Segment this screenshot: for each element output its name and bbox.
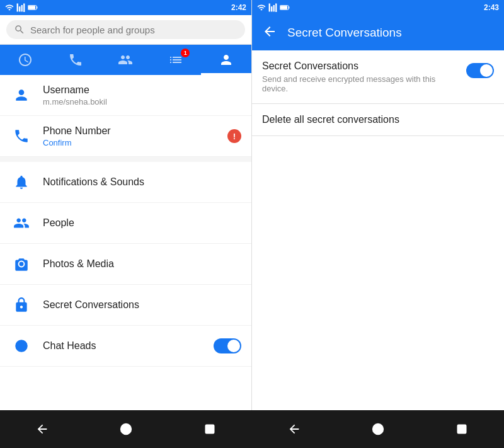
tab-calls[interactable] xyxy=(50,45,101,75)
username-title: Username xyxy=(43,84,241,96)
bottom-nav xyxy=(0,410,504,448)
right-time: 2:43 xyxy=(484,3,499,12)
settings-list: Username m.me/sneha.bokil Phone Number C… xyxy=(0,75,251,410)
nav-home-right[interactable] xyxy=(336,422,420,436)
nav-tabs: 1 xyxy=(0,45,251,75)
notifications-title: Notifications & Sounds xyxy=(43,176,241,188)
right-content: Secret Conversations Send and receive en… xyxy=(252,50,504,410)
delete-secret-section[interactable]: Delete all secret conversations xyxy=(252,104,504,136)
section-divider-1 xyxy=(0,157,251,162)
svg-point-8 xyxy=(121,424,132,435)
secret-text: Secret Conversations xyxy=(43,299,241,311)
nav-back-left[interactable] xyxy=(0,422,84,436)
phone-icon xyxy=(10,125,33,147)
right-panel-title: Secret Conversations xyxy=(287,26,402,40)
secret-section-text: Secret Conversations Send and receive en… xyxy=(262,60,438,93)
chatheads-text: Chat Heads xyxy=(43,340,214,352)
chatheads-toggle[interactable] xyxy=(214,338,241,353)
status-bar-left: 2:42 xyxy=(0,0,251,15)
tab-requests[interactable]: 1 xyxy=(151,45,201,75)
people-icon xyxy=(10,212,33,234)
username-text: Username m.me/sneha.bokil xyxy=(43,84,241,106)
delete-label: Delete all secret conversations xyxy=(262,114,494,125)
svg-rect-2 xyxy=(28,6,35,9)
svg-rect-11 xyxy=(458,425,467,434)
phone-confirm[interactable]: Confirm xyxy=(43,138,227,147)
people-text: People xyxy=(43,217,241,229)
phone-alert-icon: ! xyxy=(227,129,241,143)
tab-recent[interactable] xyxy=(0,45,50,75)
right-panel: 2:43 Secret Conversations Secret Convers… xyxy=(252,0,504,410)
back-button[interactable] xyxy=(262,24,277,42)
phone-text: Phone Number Confirm xyxy=(43,125,227,147)
secret-section-desc: Send and receive encrypted messages with… xyxy=(262,74,438,93)
status-bar-right: 2:43 xyxy=(252,0,504,15)
nav-home-left[interactable] xyxy=(84,422,168,436)
secret-conversations-toggle[interactable] xyxy=(466,63,494,78)
notifications-text: Notifications & Sounds xyxy=(43,176,241,188)
settings-notifications[interactable]: Notifications & Sounds xyxy=(0,162,251,203)
secret-toggle-section: Secret Conversations Send and receive en… xyxy=(252,50,504,104)
photos-title: Photos & Media xyxy=(43,258,241,270)
requests-badge: 1 xyxy=(181,49,190,57)
phone-title: Phone Number xyxy=(43,125,227,137)
bell-icon xyxy=(10,171,33,193)
settings-phone[interactable]: Phone Number Confirm ! xyxy=(0,116,251,157)
username-subtitle: m.me/sneha.bokil xyxy=(43,97,241,106)
settings-secret[interactable]: Secret Conversations xyxy=(0,285,251,326)
left-panel: 2:42 1 xyxy=(0,0,252,410)
camera-icon xyxy=(10,253,33,275)
search-input[interactable] xyxy=(30,25,238,35)
chatheads-title: Chat Heads xyxy=(43,340,214,352)
svg-point-4 xyxy=(18,342,26,350)
secret-title: Secret Conversations xyxy=(43,299,241,311)
svg-rect-1 xyxy=(37,6,37,8)
settings-username[interactable]: Username m.me/sneha.bokil xyxy=(0,75,251,116)
svg-point-10 xyxy=(373,424,384,435)
search-bar xyxy=(0,15,251,45)
status-icons-left xyxy=(5,3,38,12)
tab-groups[interactable] xyxy=(101,45,151,75)
settings-chatheads[interactable]: Chat Heads xyxy=(0,326,251,367)
bubble-icon xyxy=(10,335,33,357)
nav-square-right[interactable] xyxy=(420,423,504,435)
left-time: 2:42 xyxy=(231,3,246,12)
photos-text: Photos & Media xyxy=(43,258,241,270)
people-title: People xyxy=(43,217,241,229)
secret-section-title: Secret Conversations xyxy=(262,60,438,72)
nav-back-right[interactable] xyxy=(252,422,336,436)
svg-rect-7 xyxy=(280,6,287,9)
username-icon xyxy=(10,84,33,106)
right-header: Secret Conversations xyxy=(252,15,504,50)
search-icon xyxy=(14,24,25,35)
lock-icon xyxy=(10,294,33,316)
svg-rect-9 xyxy=(206,425,215,434)
svg-rect-6 xyxy=(289,6,289,8)
nav-square-left[interactable] xyxy=(168,423,252,435)
search-input-wrapper[interactable] xyxy=(6,20,245,39)
settings-photos[interactable]: Photos & Media xyxy=(0,244,251,285)
settings-people[interactable]: People xyxy=(0,203,251,244)
tab-profile[interactable] xyxy=(201,45,251,75)
